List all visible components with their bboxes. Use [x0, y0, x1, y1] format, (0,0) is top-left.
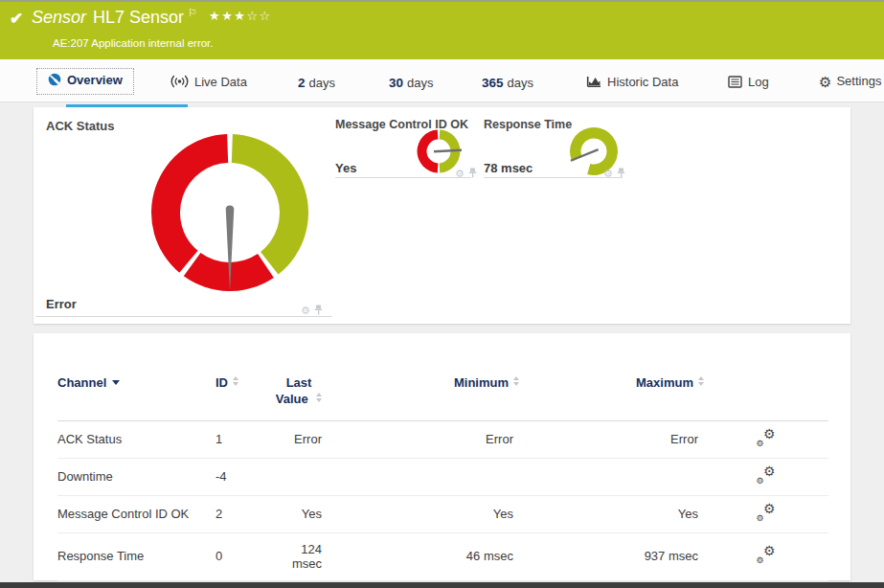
- response-time-gauge-value: 78 msec: [484, 161, 533, 175]
- last-value-cell: Yes: [270, 495, 328, 532]
- last-value-cell: Error: [270, 420, 328, 458]
- sensor-message: AE:207 Application internal error.: [53, 37, 214, 49]
- gauge-divider: [484, 177, 623, 178]
- channel-id-cell: 1: [215, 420, 270, 458]
- tab-log[interactable]: Log: [728, 75, 769, 91]
- tab-2-days-unit: days: [309, 76, 335, 90]
- sort-both-icon: [233, 376, 238, 386]
- prtg-sensor-page: ✔ SensorHL7 Sensor⚐★★★☆☆ AE:207 Applicat…: [0, 0, 884, 588]
- minimum-cell: [328, 458, 519, 495]
- check-icon: ✔: [10, 9, 23, 29]
- tab-365-days[interactable]: 365days: [482, 76, 533, 90]
- log-list-icon: [728, 76, 742, 91]
- message-control-gauge-value: Yes: [335, 161, 356, 175]
- tab-settings-label: Settings: [836, 74, 881, 88]
- gauge-settings-gear-icon[interactable]: ⚙: [301, 305, 310, 316]
- tab-30-days-unit: days: [407, 76, 433, 90]
- sensor-title: SensorHL7 Sensor⚐★★★☆☆: [32, 7, 272, 28]
- maximum-cell: Error: [519, 420, 704, 458]
- column-header-actions: [704, 375, 828, 420]
- channel-name-cell: ACK Status: [57, 420, 215, 458]
- maximum-cell: 937 msec: [519, 532, 704, 580]
- maximum-cell: Yes: [519, 495, 704, 532]
- channel-name-cell: Response Time: [57, 532, 215, 580]
- minimum-cell: Yes: [328, 495, 519, 532]
- channel-actions-cell: ⚙⚙: [704, 420, 828, 458]
- column-header-maximum[interactable]: Maximum: [519, 375, 704, 420]
- last-value-cell: 124 msec: [270, 532, 328, 580]
- tab-30-days[interactable]: 30days: [389, 76, 434, 90]
- channel-name-cell: Message Control ID OK: [57, 495, 215, 532]
- response-time-gauge-actions: ⚙: [603, 164, 625, 181]
- channel-row: ACK Status1ErrorErrorError⚙⚙: [57, 420, 828, 458]
- tab-settings[interactable]: ⚙Settings: [819, 74, 881, 91]
- channel-row: Downtime-4⚙⚙: [57, 458, 828, 495]
- maximum-cell: [519, 458, 704, 495]
- channel-table-header-row: Channel ID Last Value Minimum Maximum: [57, 375, 828, 420]
- channel-id-cell: 0: [215, 532, 270, 580]
- edit-channel-gears-icon[interactable]: ⚙⚙: [758, 547, 776, 562]
- gauge-divider: [335, 177, 471, 178]
- edit-channel-gears-icon[interactable]: ⚙⚙: [758, 430, 776, 445]
- channel-row: Message Control ID OK2YesYesYes⚙⚙: [57, 495, 828, 532]
- channels-card: Channel ID Last Value Minimum Maximum AC…: [34, 333, 850, 580]
- channel-actions-cell: ⚙⚙: [704, 532, 828, 580]
- gauge-divider: [35, 316, 332, 317]
- tab-30-days-number: 30: [389, 76, 403, 90]
- message-control-gauge-actions: ⚙: [455, 164, 477, 181]
- channel-table: Channel ID Last Value Minimum Maximum AC…: [57, 375, 828, 581]
- tab-bar: Overview Live Data 2days 30days 365days: [0, 59, 884, 102]
- column-header-last-value[interactable]: Last Value: [270, 375, 328, 420]
- gauge-icon: [48, 73, 61, 89]
- edit-channel-gears-icon[interactable]: ⚙⚙: [758, 467, 776, 483]
- footer-strip: [0, 582, 884, 588]
- sort-both-icon: [513, 376, 519, 386]
- sort-both-icon: [316, 393, 322, 402]
- tab-2-days[interactable]: 2days: [298, 76, 335, 90]
- column-header-id[interactable]: ID: [215, 375, 270, 420]
- ack-status-gauge-value: Error: [46, 297, 77, 311]
- column-header-minimum[interactable]: Minimum: [328, 375, 519, 420]
- tab-overview[interactable]: Overview: [36, 68, 134, 95]
- flag-icon[interactable]: ⚐: [188, 7, 197, 18]
- sensor-kind-label: Sensor: [32, 8, 86, 27]
- priority-stars[interactable]: ★★★☆☆: [209, 9, 272, 23]
- tab-historic-data[interactable]: Historic Data: [586, 75, 678, 91]
- minimum-cell: 46 msec: [328, 532, 519, 580]
- channel-actions-cell: ⚙⚙: [704, 495, 828, 532]
- minimum-cell: Error: [328, 420, 519, 458]
- sort-desc-icon: [112, 380, 120, 385]
- gear-icon: ⚙: [819, 74, 831, 90]
- tab-live-data[interactable]: Live Data: [170, 75, 247, 91]
- ack-status-gauge-title: ACK Status: [46, 119, 115, 133]
- tab-overview-label: Overview: [67, 73, 123, 87]
- ack-status-gauge: [144, 126, 316, 299]
- sensor-name: HL7 Sensor: [93, 8, 184, 27]
- tab-log-label: Log: [748, 75, 769, 89]
- tab-historic-data-label: Historic Data: [607, 75, 678, 89]
- live-data-icon: [170, 75, 189, 91]
- sensor-status-header: ✔ SensorHL7 Sensor⚐★★★☆☆ AE:207 Applicat…: [0, 0, 884, 59]
- tab-365-days-unit: days: [508, 76, 533, 90]
- pin-icon[interactable]: [314, 305, 323, 315]
- tab-2-days-number: 2: [298, 76, 306, 90]
- edit-channel-gears-icon[interactable]: ⚙⚙: [758, 505, 776, 520]
- gauges-card: ACK Status Error ⚙ Message Control ID OK…: [34, 107, 850, 324]
- channel-name-cell: Downtime: [57, 458, 215, 495]
- channel-actions-cell: ⚙⚙: [704, 458, 828, 495]
- channel-row: Response Time0124 msec46 msec937 msec⚙⚙: [57, 532, 828, 580]
- response-time-gauge-title: Response Time: [484, 118, 572, 131]
- column-header-channel[interactable]: Channel: [57, 375, 215, 420]
- sort-both-icon: [698, 376, 704, 386]
- area-chart-icon: [586, 75, 601, 91]
- tab-live-data-label: Live Data: [194, 75, 247, 89]
- channel-id-cell: -4: [215, 458, 270, 495]
- last-value-cell: [270, 458, 328, 495]
- tab-365-days-number: 365: [482, 76, 504, 90]
- channel-id-cell: 2: [215, 495, 270, 532]
